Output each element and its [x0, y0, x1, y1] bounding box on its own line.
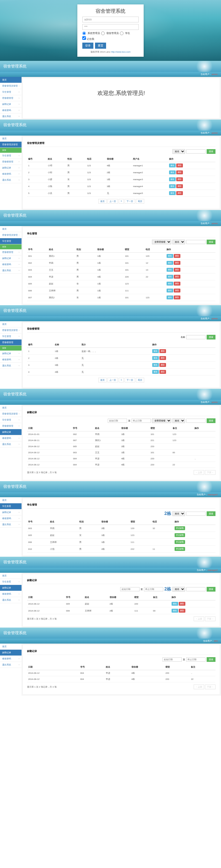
delete-button[interactable]: 删除 [174, 282, 180, 285]
filter-select[interactable]: 姓名 [172, 418, 185, 423]
search-button[interactable]: 搜索 [207, 418, 216, 423]
nav-add[interactable]: 添加 [0, 148, 22, 153]
page-link[interactable]: 首页 [98, 378, 107, 382]
delete-button[interactable]: 删除 [159, 370, 166, 374]
nav-absence[interactable]: 缺勤记录› [0, 255, 22, 261]
nav-home[interactable]: 首页 [0, 226, 22, 232]
login-button[interactable]: 登录 [82, 42, 94, 49]
edit-button[interactable]: 修改 [172, 602, 178, 606]
date-to-input[interactable] [186, 657, 206, 661]
date-from-input[interactable] [162, 657, 182, 661]
filter-select[interactable]: 姓名 [172, 512, 185, 516]
nav-home[interactable]: 首页 [0, 573, 22, 579]
nav-home[interactable]: 首页 [0, 321, 22, 327]
edit-button[interactable]: 修改 [167, 296, 173, 300]
edit-button[interactable]: 修改 [152, 349, 159, 353]
nav-student-view[interactable]: 学生查看 [0, 503, 22, 509]
nav-dorm-admin[interactable]: 宿舍管理员管理› [0, 232, 22, 238]
date-to-input[interactable] [144, 587, 163, 591]
delete-button[interactable]: 删除 [174, 254, 180, 258]
page-link[interactable]: 尾页 [136, 378, 144, 382]
nav-student[interactable]: 学生管理› [0, 89, 22, 95]
page-link[interactable]: 上一页 [107, 378, 118, 382]
nav-password[interactable]: 修改密码› [0, 591, 22, 597]
filter-input[interactable] [186, 587, 206, 591]
nav-building[interactable]: 宿舍楼管理› [0, 423, 22, 429]
nav-building[interactable]: 宿舍楼管理 [0, 340, 22, 346]
search-button[interactable]: 搜索 [207, 657, 216, 662]
nav-student-view[interactable]: 学生查看› [0, 579, 22, 585]
search-button[interactable]: 搜索 [207, 240, 216, 244]
delete-button[interactable]: 删除 [176, 191, 183, 195]
page-link[interactable]: 首页 [98, 199, 107, 204]
nav-logout[interactable]: 退出系统› [0, 662, 22, 668]
page-link[interactable]: 下一页 [124, 378, 135, 382]
nav-absence[interactable]: 缺勤记录 [0, 429, 22, 435]
role-dormadmin[interactable] [101, 32, 105, 35]
delete-button[interactable]: 删除 [159, 349, 166, 353]
edit-button[interactable]: 修改 [169, 191, 176, 195]
delete-button[interactable]: 删除 [176, 163, 183, 167]
nav-student[interactable]: 学生管理› [0, 153, 22, 159]
filter-input[interactable] [186, 335, 206, 339]
delete-button[interactable]: 删除 [174, 261, 180, 265]
search-button[interactable]: 搜索 [207, 149, 216, 154]
page-link[interactable]: 1 [119, 378, 124, 382]
edit-button[interactable]: 修改 [152, 370, 159, 374]
edit-button[interactable]: 修改 [169, 170, 176, 174]
nav-absence[interactable]: 缺勤记录 [0, 650, 22, 656]
nav-password[interactable]: 修改密码› [0, 107, 22, 114]
building-select[interactable]: 全部宿舍楼 [152, 240, 171, 244]
delete-button[interactable]: 删除 [176, 177, 183, 181]
role-sysadmin[interactable] [82, 32, 86, 35]
filter-input[interactable] [186, 512, 206, 516]
date-from-input[interactable] [120, 587, 140, 591]
nav-logout[interactable]: 退出系统› [0, 597, 22, 603]
edit-button[interactable]: 修改 [169, 163, 176, 167]
filter-select[interactable]: 姓名 [172, 587, 185, 592]
delete-button[interactable]: 删除 [179, 609, 185, 613]
nav-password[interactable]: 修改密码› [0, 171, 22, 177]
register-absence-button[interactable]: 登记缺勤 [175, 540, 185, 544]
page-link[interactable]: 1 [119, 199, 124, 204]
search-button[interactable]: 搜索 [207, 512, 216, 516]
nav-logout[interactable]: 退出系统› [0, 177, 22, 183]
filter-input[interactable] [186, 149, 206, 154]
nav-home[interactable]: 首页 [0, 497, 22, 503]
edit-button[interactable]: 修改 [152, 356, 159, 360]
page-link[interactable]: 下一页 [124, 199, 135, 204]
nav-password[interactable]: 修改密码› [0, 656, 22, 662]
register-absence-button[interactable]: 登记缺勤 [175, 547, 185, 551]
edit-button[interactable]: 修改 [167, 261, 173, 265]
search-button[interactable]: 搜索 [207, 335, 216, 340]
nav-password[interactable]: 修改密码› [0, 516, 22, 522]
edit-button[interactable]: 修改 [167, 282, 173, 285]
nav-building[interactable]: 宿舍楼管理› [0, 95, 22, 101]
edit-button[interactable]: 修改 [152, 363, 159, 367]
nav-home[interactable]: 首页 [0, 644, 22, 650]
nav-building[interactable]: 宿舍楼管理› [0, 249, 22, 255]
prev-page[interactable]: ←上页 [194, 470, 204, 475]
delete-button[interactable]: 删除 [176, 184, 183, 188]
role-student[interactable] [120, 32, 123, 35]
delete-button[interactable]: 删除 [159, 356, 166, 360]
nav-password[interactable]: 修改密码› [0, 261, 22, 268]
edit-button[interactable]: 修改 [167, 254, 173, 258]
nav-home[interactable]: 首页 [0, 77, 22, 83]
next-page[interactable]: 下页→ [205, 470, 216, 475]
nav-student[interactable]: 学生管理› [0, 417, 22, 423]
nav-absence[interactable]: 缺勤记录 [0, 585, 22, 591]
delete-button[interactable]: 删除 [174, 296, 180, 300]
edit-button[interactable]: 修改 [167, 288, 173, 292]
footer-link[interactable]: http://www.isco.com [111, 51, 131, 53]
edit-button[interactable]: 修改 [167, 268, 173, 272]
nav-absence[interactable]: 缺勤记录› [0, 350, 22, 356]
delete-button[interactable]: 删除 [159, 363, 166, 367]
page-link[interactable]: 上一页 [107, 199, 118, 204]
delete-button[interactable]: 删除 [176, 170, 183, 174]
filter-select[interactable]: 姓名 [172, 240, 185, 244]
nav-building[interactable]: 宿舍楼管理› [0, 159, 22, 165]
register-absence-button[interactable]: 登记缺勤 [175, 526, 185, 530]
nav-add[interactable]: 添加 [0, 244, 22, 249]
page-link[interactable]: 尾页 [136, 199, 144, 204]
